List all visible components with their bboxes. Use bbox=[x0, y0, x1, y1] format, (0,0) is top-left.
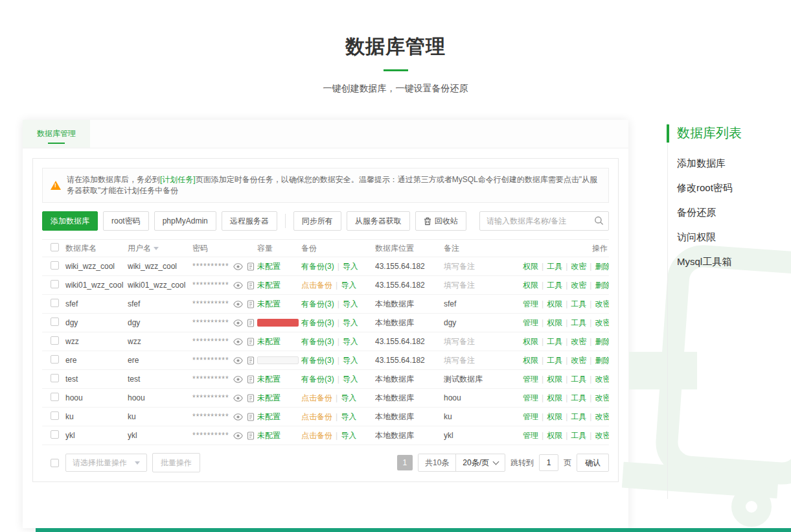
remote-server-button[interactable]: 远程服务器 bbox=[222, 211, 277, 231]
show-password-icon[interactable] bbox=[233, 338, 243, 345]
action-change-password[interactable]: 改密 bbox=[595, 318, 609, 327]
row-checkbox[interactable] bbox=[51, 261, 59, 270]
action-permission[interactable]: 权限 bbox=[547, 412, 562, 421]
copy-password-icon[interactable] bbox=[247, 262, 255, 271]
action-change-password[interactable]: 改密 bbox=[571, 262, 586, 271]
action-change-password[interactable]: 改密 bbox=[571, 337, 586, 346]
capacity-link[interactable]: 未配置 bbox=[257, 412, 281, 421]
action-change-password[interactable]: 改密 bbox=[595, 431, 609, 440]
select-all-checkbox[interactable] bbox=[51, 243, 59, 251]
action-delete[interactable]: 删除 bbox=[595, 356, 609, 365]
note-link[interactable]: dgy bbox=[444, 318, 456, 327]
action-change-password[interactable]: 改密 bbox=[571, 356, 586, 365]
import-link[interactable]: 导入 bbox=[343, 318, 358, 327]
backup-link[interactable]: 有备份(3) bbox=[301, 318, 334, 327]
action-tools[interactable]: 工具 bbox=[571, 393, 586, 402]
copy-password-icon[interactable] bbox=[247, 338, 255, 346]
tab-database-management[interactable]: 数据库管理 bbox=[23, 120, 90, 148]
fetch-from-server-button[interactable]: 从服务器获取 bbox=[347, 211, 410, 231]
backup-link[interactable]: 点击备份 bbox=[301, 431, 332, 440]
copy-password-icon[interactable] bbox=[247, 432, 255, 440]
show-password-icon[interactable] bbox=[233, 319, 243, 327]
action-tools[interactable]: 工具 bbox=[547, 337, 562, 346]
copy-password-icon[interactable] bbox=[247, 394, 255, 402]
action-delete[interactable]: 删除 bbox=[595, 262, 609, 271]
action-change-password[interactable]: 改密 bbox=[595, 375, 609, 384]
sync-all-button[interactable]: 同步所有 bbox=[293, 211, 341, 231]
row-checkbox[interactable] bbox=[51, 411, 59, 420]
row-checkbox[interactable] bbox=[51, 336, 59, 345]
row-checkbox[interactable] bbox=[51, 355, 59, 364]
backup-link[interactable]: 有备份(3) bbox=[301, 356, 334, 365]
action-tools[interactable]: 工具 bbox=[571, 412, 586, 421]
action-tools[interactable]: 工具 bbox=[571, 318, 586, 327]
show-password-icon[interactable] bbox=[233, 413, 243, 421]
action-permission[interactable]: 权限 bbox=[523, 356, 538, 365]
search-input[interactable] bbox=[479, 211, 609, 231]
capacity-link[interactable]: 未配置 bbox=[257, 431, 281, 440]
current-page-button[interactable]: 1 bbox=[397, 455, 413, 470]
action-change-password[interactable]: 改密 bbox=[595, 412, 609, 421]
add-database-button[interactable]: 添加数据库 bbox=[42, 211, 98, 231]
capacity-link[interactable]: 未配置 bbox=[257, 299, 281, 308]
action-manage[interactable]: 管理 bbox=[523, 431, 538, 440]
import-link[interactable]: 导入 bbox=[341, 431, 356, 440]
row-checkbox[interactable] bbox=[51, 430, 59, 439]
import-link[interactable]: 导入 bbox=[343, 337, 358, 346]
capacity-link[interactable]: 未配置 bbox=[257, 281, 281, 290]
note-link[interactable]: 测试数据库 bbox=[444, 375, 483, 384]
action-tools[interactable]: 工具 bbox=[547, 356, 562, 365]
capacity-link[interactable]: 未配置 bbox=[257, 337, 281, 346]
action-permission[interactable]: 权限 bbox=[547, 431, 562, 440]
copy-password-icon[interactable] bbox=[247, 281, 255, 290]
action-manage[interactable]: 管理 bbox=[523, 375, 538, 384]
backup-link[interactable]: 有备份(3) bbox=[301, 375, 334, 384]
jump-page-input[interactable] bbox=[539, 454, 558, 471]
import-link[interactable]: 导入 bbox=[343, 299, 358, 308]
copy-password-icon[interactable] bbox=[247, 356, 255, 365]
note-link[interactable]: ku bbox=[444, 412, 452, 421]
note-link[interactable]: ykl bbox=[444, 431, 453, 440]
backup-link[interactable]: 点击备份 bbox=[301, 412, 332, 421]
note-link[interactable]: 填写备注 bbox=[444, 337, 475, 346]
note-link[interactable]: 填写备注 bbox=[444, 281, 475, 290]
capacity-link[interactable]: 未配置 bbox=[257, 375, 281, 384]
action-delete[interactable]: 删除 bbox=[595, 337, 609, 346]
action-permission[interactable]: 权限 bbox=[547, 318, 562, 327]
action-permission[interactable]: 权限 bbox=[547, 375, 562, 384]
scheduled-task-link[interactable]: [计划任务] bbox=[160, 175, 196, 184]
show-password-icon[interactable] bbox=[233, 282, 243, 289]
import-link[interactable]: 导入 bbox=[341, 281, 356, 290]
import-link[interactable]: 导入 bbox=[343, 375, 358, 384]
action-change-password[interactable]: 改密 bbox=[595, 393, 609, 402]
show-password-icon[interactable] bbox=[233, 357, 243, 364]
copy-password-icon[interactable] bbox=[247, 375, 255, 384]
action-tools[interactable]: 工具 bbox=[571, 431, 586, 440]
row-checkbox[interactable] bbox=[51, 374, 59, 382]
recycle-bin-button[interactable]: 回收站 bbox=[415, 211, 466, 231]
action-permission[interactable]: 权限 bbox=[547, 299, 562, 308]
action-permission[interactable]: 权限 bbox=[523, 262, 538, 271]
phpmyadmin-button[interactable]: phpMyAdmin bbox=[154, 211, 216, 231]
backup-link[interactable]: 有备份(3) bbox=[301, 337, 334, 346]
backup-link[interactable]: 点击备份 bbox=[301, 393, 332, 402]
show-password-icon[interactable] bbox=[233, 432, 243, 439]
action-change-password[interactable]: 改密 bbox=[571, 281, 586, 290]
backup-link[interactable]: 有备份(3) bbox=[301, 262, 334, 271]
show-password-icon[interactable] bbox=[233, 301, 243, 308]
action-manage[interactable]: 管理 bbox=[523, 318, 538, 327]
action-manage[interactable]: 管理 bbox=[523, 412, 538, 421]
show-password-icon[interactable] bbox=[233, 395, 243, 402]
row-checkbox[interactable] bbox=[51, 280, 59, 288]
show-password-icon[interactable] bbox=[233, 376, 243, 383]
batch-apply-button[interactable]: 批量操作 bbox=[152, 453, 200, 472]
copy-password-icon[interactable] bbox=[247, 413, 255, 421]
sidebar-item-access-permission[interactable]: 访问权限 bbox=[677, 231, 787, 244]
page-size-select[interactable]: 20条/页 bbox=[455, 454, 505, 471]
action-change-password[interactable]: 改密 bbox=[595, 299, 609, 308]
note-link[interactable]: 填写备注 bbox=[444, 356, 475, 365]
note-link[interactable]: sfef bbox=[444, 299, 456, 308]
copy-password-icon[interactable] bbox=[247, 319, 255, 327]
row-checkbox[interactable] bbox=[51, 299, 59, 307]
action-manage[interactable]: 管理 bbox=[523, 393, 538, 402]
